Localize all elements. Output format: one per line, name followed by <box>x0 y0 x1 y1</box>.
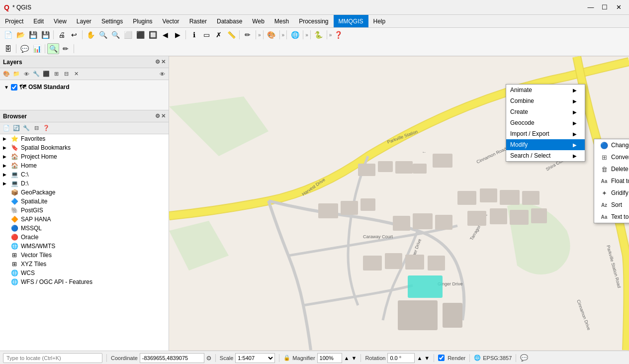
menu-edit[interactable]: Edit <box>28 15 49 27</box>
save-project-button[interactable]: 💾 <box>27 29 39 40</box>
magnifier-input[interactable] <box>317 353 342 363</box>
submenu-float-to-text[interactable]: Aa Float to Text <box>594 175 629 187</box>
menu-project[interactable]: Project <box>0 15 28 27</box>
magnifier-up-arrow[interactable]: ▲ <box>344 355 350 361</box>
zoom-prev-button[interactable]: ◀ <box>159 29 171 40</box>
browser-item[interactable]: 🐘PostGIS <box>0 206 169 215</box>
browser-item[interactable]: ▶🏠Home <box>0 161 169 170</box>
map-area[interactable]: Harvest Drive Parkville Station Cinnamon… <box>169 56 629 351</box>
manage-map-themes-button[interactable]: 👁 <box>22 70 31 79</box>
browser-item[interactable]: ⊞XYZ Tiles <box>0 260 169 269</box>
locate-input[interactable] <box>3 353 102 363</box>
menu-create[interactable]: Create ▶ <box>506 106 585 117</box>
open-project-button[interactable]: 📂 <box>14 29 26 40</box>
browser-item[interactable]: 📦GeoPackage <box>0 188 169 197</box>
style-button[interactable]: 🎨 <box>266 29 277 40</box>
messages-icon[interactable]: 💬 <box>520 354 528 362</box>
map-tips-button[interactable]: 💬 <box>18 43 30 54</box>
browser-filter-button[interactable]: 🔧 <box>22 124 31 133</box>
browser-item[interactable]: 🔴Oracle <box>0 233 169 242</box>
browser-item[interactable]: 🌐WCS <box>0 269 169 277</box>
browser-item[interactable]: ▶💻C:\ <box>0 170 169 179</box>
layer-visibility-button[interactable]: 👁 <box>158 70 167 79</box>
browser-collapse-button[interactable]: ⊟ <box>32 124 41 133</box>
layer-checkbox[interactable] <box>11 84 17 91</box>
browser-item[interactable]: 🌐WMS/WMTS <box>0 242 169 251</box>
pan-button[interactable]: ✋ <box>85 29 96 40</box>
edit-button[interactable]: ✏ <box>60 43 72 54</box>
menu-import-export[interactable]: Import / Export ▶ <box>506 128 585 139</box>
new-project-button[interactable]: 📄 <box>2 29 14 40</box>
db-button[interactable]: 🗄 <box>2 43 14 54</box>
menu-help[interactable]: Help <box>368 15 391 27</box>
browser-item[interactable]: 🔷SpatiaLite <box>0 197 169 206</box>
plugin-button[interactable]: ❓ <box>332 29 344 40</box>
digitize-button[interactable]: ✏ <box>242 29 254 40</box>
deselect-button[interactable]: ✗ <box>213 29 225 40</box>
add-group-button[interactable]: 📁 <box>12 70 21 79</box>
layers-panel-settings[interactable]: ⚙ <box>155 59 160 65</box>
zoom-out-button[interactable]: 🔍 <box>109 29 121 40</box>
browser-item[interactable]: 🔵MSSQL <box>0 224 169 233</box>
menu-layer[interactable]: Layer <box>72 15 96 27</box>
minimize-button[interactable]: — <box>584 2 597 12</box>
menu-search-select[interactable]: Search / Select ▶ <box>506 150 585 161</box>
rotation-down-arrow[interactable]: ▼ <box>424 355 430 361</box>
browser-item[interactable]: ▶🏠Project Home <box>0 152 169 161</box>
browser-panel-settings[interactable]: ⚙ <box>155 113 160 119</box>
menu-vector[interactable]: Vector <box>158 15 184 27</box>
zoom-selection-button[interactable]: 🔲 <box>147 29 159 40</box>
menu-database[interactable]: Database <box>212 15 247 27</box>
filter-layer-button[interactable]: 🔧 <box>32 70 41 79</box>
browser-help-button[interactable]: ❓ <box>42 124 51 133</box>
menu-animate[interactable]: Animate ▶ <box>506 85 585 95</box>
menu-geocode[interactable]: Geocode ▶ <box>506 117 585 128</box>
browser-item[interactable]: ▶⭐Favorites <box>0 134 169 143</box>
maximize-button[interactable]: ☐ <box>598 2 611 12</box>
menu-mesh[interactable]: Mesh <box>270 15 294 27</box>
submenu-text-to-float[interactable]: Aa Text to Float <box>594 211 629 223</box>
close-button[interactable]: ✕ <box>612 2 625 12</box>
menu-processing[interactable]: Processing <box>294 15 333 27</box>
menu-mmqgis[interactable]: MMQGIS <box>334 15 368 27</box>
menu-web[interactable]: Web <box>247 15 269 27</box>
layers-panel-close[interactable]: ✕ <box>161 59 166 65</box>
identify-button[interactable]: ℹ <box>188 29 200 40</box>
submenu-convert-geometry[interactable]: ⊞ Convert Geometry Type <box>594 151 629 163</box>
zoom-layer-button[interactable]: ⬛ <box>134 29 146 40</box>
browser-item[interactable]: ▶🔖Spatial Bookmarks <box>0 143 169 152</box>
rotation-up-arrow[interactable]: ▲ <box>417 355 422 361</box>
measure-button[interactable]: 📏 <box>225 29 237 40</box>
save-as-button[interactable]: 💾 <box>39 29 51 40</box>
rotation-input[interactable] <box>387 353 415 363</box>
select-button[interactable]: ▭ <box>200 29 212 40</box>
remove-layer-button[interactable]: ✕ <box>72 70 81 79</box>
open-layer-style-button[interactable]: 🎨 <box>2 70 11 79</box>
menu-raster[interactable]: Raster <box>184 15 212 27</box>
menu-settings[interactable]: Settings <box>96 15 128 27</box>
globe-button[interactable]: 🌐 <box>289 29 301 40</box>
magnifier-down-arrow[interactable]: ▼ <box>352 355 357 361</box>
submenu-gridify[interactable]: ✦ Gridify <box>594 187 629 199</box>
browser-new-connection-button[interactable]: 📄 <box>2 124 11 133</box>
attribute-table-button[interactable]: 📊 <box>31 43 43 54</box>
browser-refresh-button[interactable]: 🔄 <box>12 124 21 133</box>
zoom-next-button[interactable]: ▶ <box>172 29 183 40</box>
browser-item[interactable]: 🔶SAP HANA <box>0 215 169 224</box>
menu-plugins[interactable]: Plugins <box>128 15 157 27</box>
print-button[interactable]: 🖨 <box>56 29 68 40</box>
layer-expand-arrow[interactable]: ▼ <box>4 85 9 90</box>
zoom-in-button[interactable]: 🔍 <box>97 29 109 40</box>
collapse-all-button[interactable]: ⊟ <box>62 70 71 79</box>
browser-panel-close[interactable]: ✕ <box>161 113 166 119</box>
submenu-change-projection[interactable]: 🔵 Change Projection <box>594 139 629 151</box>
menu-view[interactable]: View <box>49 15 72 27</box>
filter-by-map-button[interactable]: ⬛ <box>42 70 51 79</box>
zoom-extent-button[interactable]: ⬜ <box>122 29 134 40</box>
coordinate-input[interactable] <box>140 353 204 363</box>
menu-combine[interactable]: Combine ▶ <box>506 95 585 106</box>
browser-item[interactable]: ▶💻D:\ <box>0 179 169 188</box>
render-checkbox[interactable] <box>438 355 445 361</box>
python-button[interactable]: 🐍 <box>313 29 325 40</box>
browser-item[interactable]: ⊞Vector Tiles <box>0 251 169 260</box>
